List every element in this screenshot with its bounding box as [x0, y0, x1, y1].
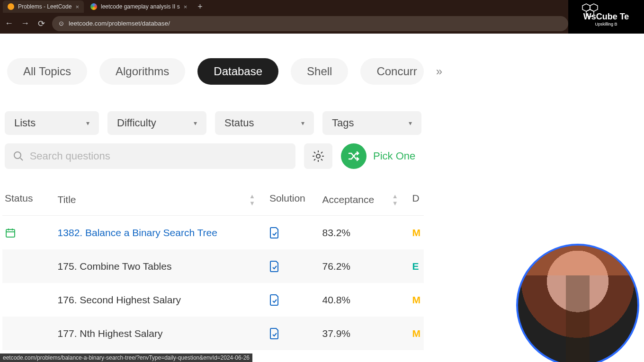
site-info-icon[interactable]: ⊙: [59, 20, 64, 27]
difficulty-badge: M: [412, 294, 421, 306]
table-row[interactable]: 176. Second Highest Salary40.8%M: [2, 283, 424, 317]
filter-label: Difficulty: [117, 117, 156, 129]
favicon-icon: [90, 3, 97, 10]
acceptance-value: 37.9%: [322, 328, 412, 339]
hex-icon: [578, 2, 606, 18]
shuffle-icon: [341, 143, 367, 169]
svg-line-11: [321, 159, 322, 160]
status-bar-url: eetcode.com/problems/balance-a-binary-se…: [0, 353, 252, 362]
problem-title[interactable]: 176. Second Highest Salary: [58, 294, 269, 306]
main-content: All Topics Algorithms Database Shell Con…: [0, 34, 424, 350]
tagline-text: Upskilling B: [595, 22, 617, 26]
topic-algorithms[interactable]: Algorithms: [99, 58, 185, 85]
filter-label: Lists: [14, 117, 36, 129]
problem-title[interactable]: 1382. Balance a Binary Search Tree: [58, 227, 269, 238]
table-row[interactable]: 175. Combine Two Tables76.2%E: [2, 249, 424, 283]
forward-button[interactable]: →: [20, 18, 30, 28]
presenter-webcam: [516, 244, 639, 362]
acceptance-value: 83.2%: [322, 227, 412, 238]
chevron-down-icon: ▾: [301, 119, 304, 127]
settings-button[interactable]: [304, 143, 332, 169]
calendar-icon: [5, 227, 16, 238]
browser-tab-active[interactable]: Problems - LeetCode ×: [3, 0, 84, 13]
chevron-down-icon: ▾: [409, 119, 412, 127]
new-tab-button[interactable]: +: [194, 2, 206, 12]
filter-label: Tags: [332, 117, 354, 129]
pick-one-button[interactable]: Pick One: [341, 143, 415, 169]
topic-database[interactable]: Database: [197, 58, 278, 85]
search-box[interactable]: [5, 143, 295, 169]
close-icon[interactable]: ×: [184, 3, 188, 10]
solution-doc-icon[interactable]: [269, 260, 280, 273]
topic-tabs: All Topics Algorithms Database Shell Con…: [2, 58, 424, 85]
tab-title: leetcode gameplay analysis II s: [101, 3, 180, 10]
solution-doc-icon[interactable]: [269, 227, 280, 239]
difficulty-badge: M: [412, 227, 421, 238]
tab-title: Problems - LeetCode: [18, 3, 72, 10]
back-button[interactable]: ←: [4, 18, 14, 28]
filter-difficulty[interactable]: Difficulty▾: [107, 111, 206, 135]
table-row[interactable]: 1382. Balance a Binary Search Tree83.2%M: [2, 216, 424, 249]
svg-point-5: [316, 154, 320, 158]
close-icon[interactable]: ×: [75, 3, 79, 10]
table-row[interactable]: 177. Nth Highest Salary37.9%M: [2, 317, 424, 350]
sort-icon: ▲▼: [392, 193, 398, 207]
chevron-down-icon: ▾: [86, 119, 89, 127]
solution-doc-icon[interactable]: [269, 294, 280, 306]
col-title[interactable]: Title▲▼: [58, 193, 269, 207]
svg-marker-2: [586, 9, 594, 17]
filter-label: Status: [224, 117, 254, 129]
topic-concurrency[interactable]: Concurr: [360, 58, 423, 85]
chevron-down-icon: ▾: [194, 119, 197, 127]
browser-tab-strip: Problems - LeetCode × leetcode gameplay …: [0, 0, 644, 13]
filter-tags[interactable]: Tags▾: [322, 111, 421, 135]
svg-line-10: [314, 152, 315, 153]
difficulty-badge: E: [412, 261, 421, 272]
filter-row: Lists▾ Difficulty▾ Status▾ Tags▾: [2, 85, 424, 135]
problem-title[interactable]: 177. Nth Highest Salary: [58, 328, 269, 339]
table-header: Status Title▲▼ Solution Acceptance▲▼ D: [2, 169, 424, 216]
solution-doc-icon[interactable]: [269, 327, 280, 340]
svg-line-4: [20, 158, 23, 160]
svg-rect-14: [6, 230, 15, 237]
filter-status[interactable]: Status▾: [215, 111, 314, 135]
acceptance-value: 40.8%: [322, 294, 412, 306]
search-input[interactable]: [30, 150, 287, 162]
action-row: Pick One: [2, 135, 424, 169]
browser-tab[interactable]: leetcode gameplay analysis II s ×: [86, 0, 192, 13]
more-topics-icon[interactable]: »: [436, 65, 442, 78]
topic-all[interactable]: All Topics: [7, 58, 87, 85]
filter-lists[interactable]: Lists▾: [5, 111, 99, 135]
col-difficulty[interactable]: D: [412, 193, 421, 207]
problem-title[interactable]: 175. Combine Two Tables: [58, 261, 269, 272]
svg-line-13: [321, 152, 322, 153]
svg-line-12: [314, 159, 315, 160]
topic-shell[interactable]: Shell: [291, 58, 348, 85]
col-solution[interactable]: Solution: [269, 193, 322, 207]
pick-one-label: Pick One: [373, 150, 415, 162]
acceptance-value: 76.2%: [322, 261, 412, 272]
favicon-icon: [8, 3, 14, 10]
table-body: 1382. Balance a Binary Search Tree83.2%M…: [2, 216, 424, 350]
reload-button[interactable]: ⟳: [36, 18, 46, 29]
watermark-logo: WsCube Te Upskilling B: [568, 0, 644, 34]
search-icon: [13, 151, 23, 161]
sort-icon: ▲▼: [249, 193, 255, 207]
address-bar[interactable]: ⊙ leetcode.com/problemset/database/: [52, 16, 568, 31]
difficulty-badge: M: [412, 328, 421, 339]
url-text: leetcode.com/problemset/database/: [69, 20, 170, 27]
gear-icon: [312, 150, 325, 163]
col-acceptance[interactable]: Acceptance▲▼: [322, 193, 412, 207]
svg-point-3: [14, 152, 21, 159]
col-status[interactable]: Status: [5, 193, 58, 207]
browser-toolbar: ← → ⟳ ⊙ leetcode.com/problemset/database…: [0, 13, 644, 34]
